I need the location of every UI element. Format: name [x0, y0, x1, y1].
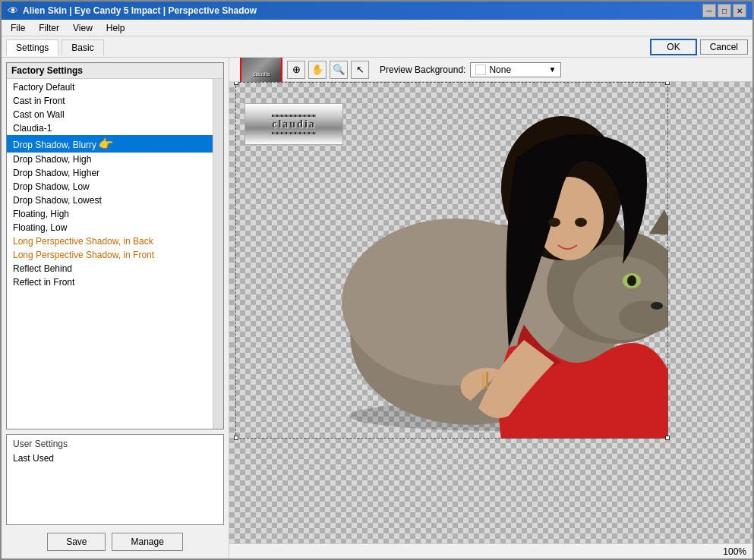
zoom-tool-button[interactable]: 🔍 — [330, 61, 348, 79]
menubar: File Filter View Help — [2, 20, 752, 36]
svg-rect-16 — [486, 372, 488, 389]
minimize-button[interactable]: ─ — [702, 4, 716, 17]
menu-file[interactable]: File — [5, 21, 31, 35]
list-item-claudia-1[interactable]: Claudia-1 — [7, 121, 213, 135]
zoom-icon: 🔍 — [333, 64, 345, 75]
bottom-buttons: Save Manage — [6, 530, 224, 554]
list-item-drop-shadow-blurry[interactable]: Drop Shadow, Blurry 👈 — [7, 135, 213, 153]
svg-point-14 — [548, 218, 560, 227]
list-item-cast-on-wall[interactable]: Cast on Wall — [7, 108, 213, 121]
zoom-in-tool-button[interactable]: ⊕ — [287, 61, 305, 79]
preview-area: claudia — [229, 82, 752, 543]
preview-toolbar: claudia ⊕ ✋ 🔍 ↖ — [229, 58, 752, 82]
svg-point-10 — [651, 302, 663, 310]
preview-bg-value: None — [489, 64, 511, 75]
title-bar: 👁 Alien Skin | Eye Candy 5 Impact | Pers… — [2, 2, 752, 20]
menu-view[interactable]: View — [67, 21, 99, 35]
list-item-last-used[interactable]: Last Used — [7, 451, 223, 465]
thumbnail-label: claudia — [253, 71, 270, 77]
pan-icon: ✋ — [311, 64, 323, 75]
tab-settings[interactable]: Settings — [6, 39, 58, 56]
list-item-long-perspective-front[interactable]: Long Perspective Shadow, in Front — [7, 248, 213, 262]
svg-rect-15 — [482, 374, 484, 389]
app-icon: 👁 — [8, 5, 18, 17]
left-panel: Factory Settings Factory Default Cast in… — [2, 58, 229, 558]
preview-bg-swatch — [475, 64, 486, 75]
title-controls: ─ □ ✕ — [702, 4, 746, 17]
pan-tool-button[interactable]: ✋ — [308, 61, 327, 79]
user-settings-label: User Settings — [7, 436, 223, 451]
list-item-floating-low[interactable]: Floating, Low — [7, 221, 213, 234]
right-panel: claudia ⊕ ✋ 🔍 ↖ — [229, 58, 752, 558]
preview-background-select[interactable]: None ▼ — [470, 62, 561, 77]
svg-point-13 — [575, 218, 587, 227]
select-icon: ↖ — [356, 64, 364, 75]
ok-button[interactable]: OK — [650, 39, 696, 55]
list-item-reflect-in-front[interactable]: Reflect in Front — [7, 275, 213, 289]
list-item-drop-shadow-high[interactable]: Drop Shadow, High — [7, 153, 213, 166]
main-image — [235, 82, 668, 439]
main-window: 👁 Alien Skin | Eye Candy 5 Impact | Pers… — [0, 0, 754, 560]
settings-list-header: Factory Settings — [7, 63, 223, 79]
hand-pointer-icon: 👈 — [99, 137, 114, 151]
preview-background-label: Preview Background: — [380, 64, 465, 75]
list-item-long-perspective-back[interactable]: Long Perspective Shadow, in Back — [7, 234, 213, 248]
list-item-drop-shadow-higher[interactable]: Drop Shadow, Higher — [7, 166, 213, 180]
zoom-in-icon: ⊕ — [292, 64, 301, 75]
main-content: Factory Settings Factory Default Cast in… — [2, 58, 752, 558]
user-settings-container: User Settings Last Used — [6, 434, 224, 525]
dropdown-arrow-icon: ▼ — [548, 65, 556, 74]
svg-point-9 — [627, 275, 636, 286]
menu-help[interactable]: Help — [100, 21, 131, 35]
title-bar-left: 👁 Alien Skin | Eye Candy 5 Impact | Pers… — [8, 5, 257, 17]
settings-list-container: Factory Settings Factory Default Cast in… — [6, 62, 224, 429]
window-title: Alien Skin | Eye Candy 5 Impact | Perspe… — [23, 5, 257, 16]
preview-tools: ⊕ ✋ 🔍 ↖ — [287, 61, 369, 79]
zoom-level: 100% — [723, 546, 746, 557]
list-item-drop-shadow-low[interactable]: Drop Shadow, Low — [7, 180, 213, 193]
settings-scrollbar[interactable] — [213, 79, 223, 429]
list-item-floating-high[interactable]: Floating, High — [7, 207, 213, 221]
maximize-button[interactable]: □ — [718, 4, 731, 17]
list-with-scroll: Factory Default Cast in Front Cast on Wa… — [7, 79, 223, 429]
list-item-factory-default[interactable]: Factory Default — [7, 80, 213, 94]
list-item-cast-in-front[interactable]: Cast in Front — [7, 94, 213, 108]
select-tool-button[interactable]: ↖ — [351, 61, 369, 79]
list-item-drop-shadow-lowest[interactable]: Drop Shadow, Lowest — [7, 193, 213, 207]
save-button[interactable]: Save — [47, 533, 106, 551]
preview-svg — [235, 82, 668, 439]
status-bar: 100% — [229, 543, 752, 558]
tab-basic[interactable]: Basic — [62, 39, 103, 55]
cancel-button[interactable]: Cancel — [700, 39, 748, 55]
close-button[interactable]: ✕ — [733, 4, 746, 17]
list-item-reflect-behind[interactable]: Reflect Behind — [7, 262, 213, 275]
manage-button[interactable]: Manage — [112, 533, 182, 551]
settings-list: Factory Default Cast in Front Cast on Wa… — [7, 79, 213, 429]
svg-marker-6 — [649, 209, 668, 235]
menu-filter[interactable]: Filter — [33, 21, 65, 35]
tabs-row: Settings Basic OK Cancel — [2, 36, 752, 58]
